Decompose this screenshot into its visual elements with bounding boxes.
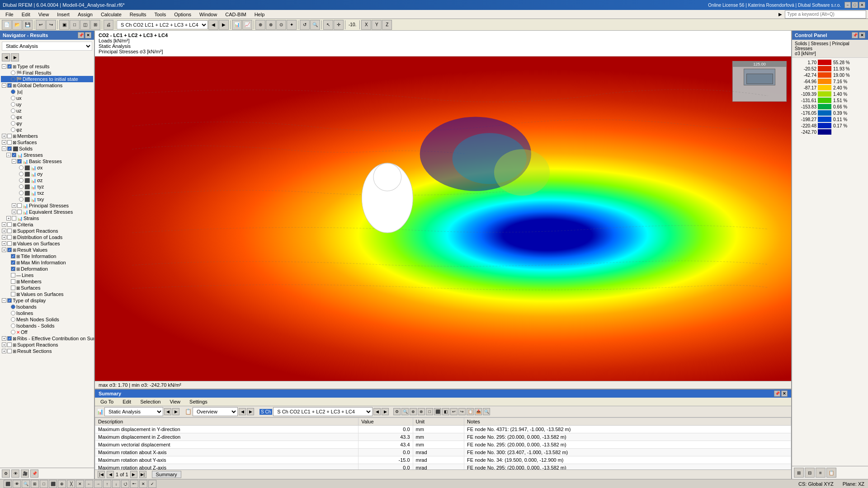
- tree-ribs[interactable]: + ✓ ⊠ Ribs - Effective Contribution on S…: [1, 335, 93, 342]
- summary-tool4[interactable]: ⊗: [418, 408, 425, 415]
- status-tool9[interactable]: ✕: [76, 480, 84, 488]
- nav-close-button[interactable]: ✕: [85, 32, 91, 38]
- nav-pin-button[interactable]: 📌: [78, 32, 84, 38]
- status-tool3[interactable]: 🔍: [22, 480, 30, 488]
- summary-pin-button[interactable]: 📌: [774, 390, 780, 397]
- page-prev-button[interactable]: ◀: [107, 471, 114, 478]
- menu-options[interactable]: Options: [170, 11, 195, 18]
- summary-tab[interactable]: Summary: [152, 471, 181, 478]
- tree-distribution-loads[interactable]: + ⊞ Distribution of Loads: [1, 234, 93, 240]
- status-check[interactable]: ✓: [148, 480, 156, 488]
- next-load[interactable]: ▶: [219, 20, 229, 30]
- tree-phiy[interactable]: φy: [1, 120, 93, 127]
- summary-tool2[interactable]: 🔍: [401, 408, 409, 415]
- tool3[interactable]: ⊙: [276, 20, 286, 30]
- table-row[interactable]: Maximum rotation about Y-axis -15.0 mrad…: [95, 456, 791, 464]
- summary-load-prev[interactable]: ◀: [373, 408, 381, 415]
- result-type2[interactable]: 📈: [242, 20, 252, 30]
- prev-load[interactable]: ◀: [208, 20, 218, 30]
- tree-basic-stresses[interactable]: − ✓ 📊 Basic Stresses: [1, 158, 93, 164]
- summary-menu-edit[interactable]: Edit: [119, 399, 135, 405]
- axis-y[interactable]: Y: [372, 20, 382, 30]
- status-arrow2[interactable]: →: [94, 480, 102, 488]
- menu-window[interactable]: Window: [196, 11, 221, 18]
- result-type1[interactable]: 📊: [232, 20, 242, 30]
- tool2[interactable]: ⊗: [266, 20, 276, 30]
- nav-prev[interactable]: ◀: [2, 53, 10, 61]
- save-button[interactable]: 💾: [23, 20, 33, 30]
- summary-tool3[interactable]: ⊕: [410, 408, 417, 415]
- status-tool5[interactable]: □: [40, 480, 48, 488]
- tree-uz[interactable]: uz: [1, 108, 93, 114]
- axis-x[interactable]: X: [361, 20, 371, 30]
- tree-title-info[interactable]: ✓ ⊞ Title Information: [1, 253, 93, 259]
- nav-camera-button[interactable]: 🎥: [21, 469, 29, 478]
- menu-tools[interactable]: Tools: [151, 11, 170, 18]
- status-tool10[interactable]: ⭯: [121, 480, 129, 488]
- tree-surfaces-rv[interactable]: ⊠ Surfaces: [1, 285, 93, 291]
- minimize-button[interactable]: −: [844, 2, 851, 8]
- table-row[interactable]: Maximum rotation about Z-axis 0.0 mrad F…: [95, 464, 791, 470]
- tree-mesh-nodes-solids[interactable]: Mesh Nodes Solids: [1, 316, 93, 323]
- status-arrow3[interactable]: ↑: [103, 480, 111, 488]
- cp-pin-button[interactable]: 📌: [852, 32, 858, 38]
- tree-sigma-y[interactable]: ⬛📊 σy: [1, 171, 93, 177]
- tree-tau-yz[interactable]: ⬛📊 τyz: [1, 183, 93, 190]
- view2[interactable]: □: [70, 20, 80, 30]
- summary-next[interactable]: ▶: [172, 408, 179, 415]
- rotate[interactable]: ↺: [300, 20, 310, 30]
- summary-menu-view[interactable]: View: [166, 399, 184, 405]
- status-tool6[interactable]: ⬛: [49, 480, 57, 488]
- menu-calculate[interactable]: Calculate: [97, 11, 125, 18]
- tree-phiz[interactable]: φz: [1, 127, 93, 133]
- nav-eye-button[interactable]: 👁: [11, 469, 19, 478]
- viewport-canvas[interactable]: 125.00: [95, 56, 791, 381]
- tree-result-values[interactable]: + ✓ ⊞ Result Values: [1, 247, 93, 253]
- summary-menu-goto[interactable]: Go To: [97, 399, 117, 405]
- cp-tool4[interactable]: 📋: [826, 468, 836, 478]
- cp-close-button[interactable]: ✕: [859, 32, 865, 38]
- tree-lines[interactable]: — Lines: [1, 272, 93, 278]
- summary-tool9[interactable]: ↪: [458, 408, 466, 415]
- cp-tool2[interactable]: ⊟: [805, 468, 815, 478]
- summary-load-next[interactable]: ▶: [382, 408, 389, 415]
- menu-insert[interactable]: Insert: [53, 11, 73, 18]
- tool4[interactable]: ✦: [287, 20, 297, 30]
- tree-isobands-solids[interactable]: Isobands - Solids: [1, 323, 93, 329]
- tree-result-sections[interactable]: + ⊞ Result Sections: [1, 348, 93, 354]
- page-next-button[interactable]: ▶: [130, 471, 137, 478]
- undo-button[interactable]: ↩: [36, 20, 46, 30]
- table-row[interactable]: Maximum vectorial displacement 43.4 mm F…: [95, 441, 791, 449]
- summary-view-combo[interactable]: Overview: [193, 407, 238, 416]
- tree-values-on-surfaces[interactable]: + ⊞ Values on Surfaces: [1, 240, 93, 247]
- print-button[interactable]: 🖨: [104, 20, 113, 30]
- summary-view-next[interactable]: ▶: [247, 408, 254, 415]
- status-tool11[interactable]: ⭰: [130, 480, 138, 488]
- tree-maxmin-info[interactable]: ✓ ⊞ Max Min Information: [1, 259, 93, 266]
- status-tool7[interactable]: ⊕: [58, 480, 66, 488]
- redo-button[interactable]: ↪: [46, 20, 56, 30]
- summary-close-button[interactable]: ✕: [781, 390, 788, 397]
- table-row[interactable]: Maximum displacement in Y-direction 0.0 …: [95, 426, 791, 433]
- view4[interactable]: ⊞: [90, 20, 100, 30]
- open-button[interactable]: 📂: [12, 20, 22, 30]
- summary-load-combo[interactable]: S Ch CO2 LC1 + LC2 + LC3 + LC4: [273, 407, 373, 416]
- tree-support-reactions-2[interactable]: + ⊞ Support Reactions: [1, 342, 93, 348]
- summary-tool10[interactable]: 📋: [467, 408, 474, 415]
- tree-sigma-x[interactable]: ⬛📊 σx: [1, 164, 93, 171]
- tree-u-total[interactable]: |u|: [1, 89, 93, 95]
- tree-solids[interactable]: − ✓ ⬛ Solids: [1, 145, 93, 152]
- menu-view[interactable]: View: [35, 11, 53, 18]
- close-button[interactable]: ✕: [859, 2, 865, 8]
- tool1[interactable]: ⊕: [255, 20, 265, 30]
- menu-edit[interactable]: Edit: [18, 11, 34, 18]
- menu-file[interactable]: File: [2, 11, 17, 18]
- tree-uy[interactable]: uy: [1, 101, 93, 108]
- tree-principal-stresses[interactable]: + 📊 Principal Stresses: [1, 202, 93, 209]
- summary-tool12[interactable]: 🔍: [483, 408, 490, 415]
- tree-sigma-z[interactable]: ⬛📊 σz: [1, 177, 93, 183]
- tree-tau-xz[interactable]: ⬛📊 τxz: [1, 190, 93, 196]
- menu-assign[interactable]: Assign: [74, 11, 96, 18]
- status-arrow1[interactable]: ←: [85, 480, 93, 488]
- tree-deformation[interactable]: ✓ ⊞ Deformation: [1, 266, 93, 272]
